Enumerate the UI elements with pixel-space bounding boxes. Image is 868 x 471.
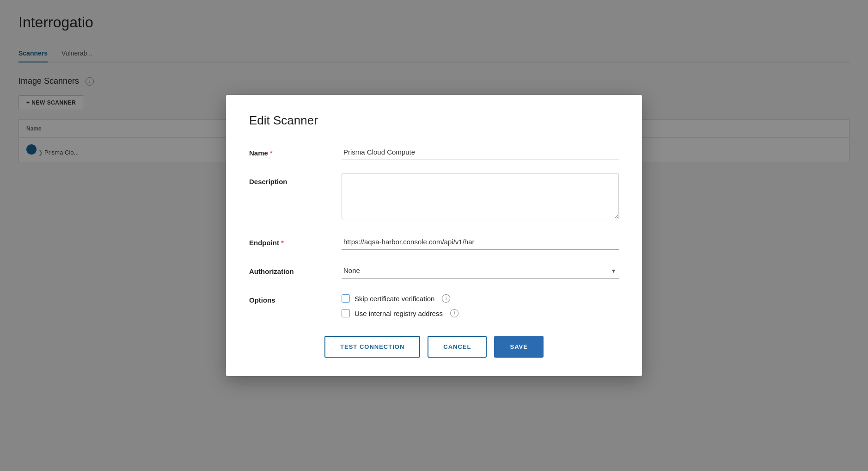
options-field: Skip certificate verification i Use inte… xyxy=(342,291,619,317)
endpoint-label: Endpoint* xyxy=(249,234,342,247)
name-input[interactable] xyxy=(342,144,619,160)
endpoint-input[interactable] xyxy=(342,234,619,250)
modal-footer: TEST CONNECTION CANCEL SAVE xyxy=(249,336,619,358)
endpoint-field xyxy=(342,234,619,250)
name-field xyxy=(342,144,619,160)
modal-overlay: Edit Scanner Name* Description Endpoint* xyxy=(0,0,868,471)
skip-cert-info-icon[interactable]: i xyxy=(442,294,450,303)
authorization-field: None Basic Bearer Token ▾ xyxy=(342,263,619,279)
description-row: Description xyxy=(249,173,619,221)
skip-cert-checkbox[interactable] xyxy=(342,294,350,303)
name-label: Name* xyxy=(249,144,342,157)
use-internal-row: Use internal registry address i xyxy=(342,309,619,317)
options-group: Skip certificate verification i Use inte… xyxy=(342,291,619,317)
name-row: Name* xyxy=(249,144,619,160)
description-label: Description xyxy=(249,173,342,186)
options-row: Options Skip certificate verification i … xyxy=(249,291,619,317)
description-textarea[interactable] xyxy=(342,173,619,219)
skip-cert-row: Skip certificate verification i xyxy=(342,294,619,303)
endpoint-row: Endpoint* xyxy=(249,234,619,250)
authorization-select-wrapper: None Basic Bearer Token ▾ xyxy=(342,263,619,279)
save-button[interactable]: SAVE xyxy=(494,336,543,358)
modal-title: Edit Scanner xyxy=(249,113,619,128)
test-connection-button[interactable]: TEST CONNECTION xyxy=(324,336,420,358)
authorization-select[interactable]: None Basic Bearer Token xyxy=(342,263,619,279)
description-field xyxy=(342,173,619,221)
edit-scanner-modal: Edit Scanner Name* Description Endpoint* xyxy=(226,95,642,376)
use-internal-label: Use internal registry address xyxy=(355,310,443,317)
use-internal-info-icon[interactable]: i xyxy=(450,309,458,317)
use-internal-checkbox[interactable] xyxy=(342,309,350,317)
authorization-label: Authorization xyxy=(249,263,342,275)
options-label: Options xyxy=(249,291,342,304)
skip-cert-label: Skip certificate verification xyxy=(355,295,434,303)
authorization-row: Authorization None Basic Bearer Token ▾ xyxy=(249,263,619,279)
cancel-button[interactable]: CANCEL xyxy=(428,336,487,358)
